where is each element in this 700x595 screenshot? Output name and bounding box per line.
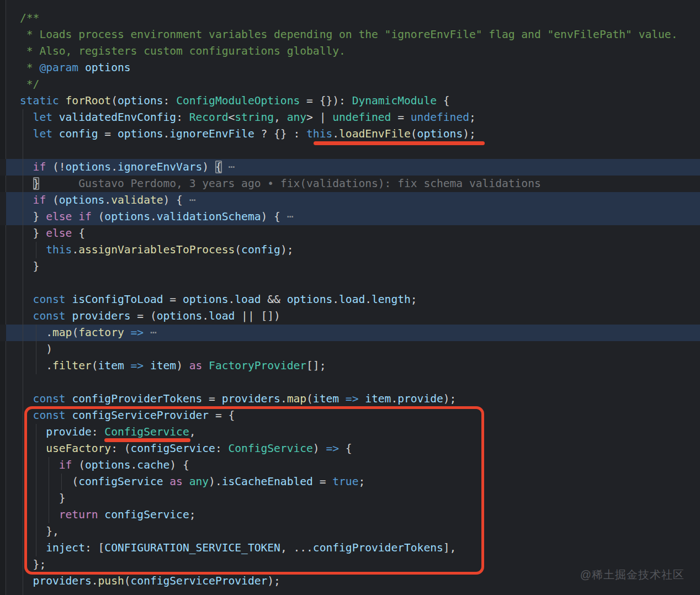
- code-token: length: [372, 293, 411, 306]
- code-token: [144, 326, 150, 339]
- code-token: as: [189, 359, 203, 372]
- code-token: factory: [78, 326, 124, 339]
- code-token: push: [98, 575, 124, 587]
- indent-guide: [23, 109, 23, 595]
- code-token: );: [267, 575, 280, 587]
- code-line[interactable]: if (!options.ignoreEnvVars) { ⋯: [0, 159, 700, 176]
- code-token: loadEnvFile: [339, 128, 411, 140]
- code-token: options: [287, 293, 333, 306]
- code-token: undefined: [332, 111, 391, 124]
- code-token: this: [306, 128, 332, 140]
- code-token: (: [124, 575, 131, 587]
- fold-ellipsis[interactable]: ⋯: [150, 326, 157, 339]
- code-token: options: [417, 128, 463, 140]
- code-line[interactable]: .filter(item => item) as FactoryProvider…: [0, 358, 700, 374]
- code-line[interactable]: const providers = (options.load || []): [0, 308, 700, 325]
- code-token: [66, 293, 72, 306]
- code-line[interactable]: ): [0, 341, 700, 358]
- code-token: [78, 61, 85, 74]
- code-token: <: [229, 111, 235, 124]
- code-line[interactable]: .map(factory => ⋯: [0, 325, 700, 341]
- code-token: /**: [20, 12, 39, 24]
- code-token: * Also, registers custom configurations …: [20, 45, 346, 57]
- code-token: .: [391, 392, 397, 405]
- fold-ellipsis[interactable]: ⋯: [189, 194, 196, 206]
- code-token: .: [111, 161, 118, 173]
- code-token: .: [163, 128, 170, 140]
- code-token: .: [229, 293, 235, 306]
- code-token: isConfigToLoad: [72, 293, 163, 306]
- code-token: [20, 128, 33, 140]
- code-line[interactable]: [0, 275, 700, 291]
- code-token: [20, 293, 33, 306]
- code-token: let: [33, 111, 52, 124]
- code-line[interactable]: static forRoot(options: ConfigModuleOpti…: [0, 93, 700, 109]
- code-token: ,: [274, 111, 287, 124]
- code-token: Record: [189, 111, 229, 124]
- code-token: options: [104, 210, 150, 223]
- code-line[interactable]: const configProviderTokens = providers.m…: [0, 391, 700, 407]
- code-line[interactable]: * Loads process environment variables de…: [0, 26, 700, 43]
- code-token: FactoryProvider: [209, 359, 306, 372]
- code-token: const: [33, 392, 66, 405]
- code-line[interactable]: let config = options.ignoreEnvFile ? {} …: [0, 126, 700, 142]
- code-token: =: [391, 111, 410, 124]
- code-token: (: [111, 94, 118, 107]
- code-token: configServiceProvider: [131, 575, 268, 587]
- code-token: [59, 94, 66, 107]
- code-token: =>: [131, 326, 144, 339]
- code-token: options: [66, 161, 112, 173]
- code-line[interactable]: if (options.validate) { ⋯: [0, 192, 700, 209]
- code-token: *: [20, 61, 39, 74]
- code-token: =: [98, 128, 118, 140]
- code-token: [20, 111, 33, 124]
- code-token: (: [46, 194, 59, 206]
- code-token: if: [78, 210, 92, 223]
- code-token: assignVariablesToProcess: [78, 243, 235, 256]
- code-token: providers: [72, 310, 130, 322]
- code-line[interactable]: } Gustavo Perdomo, 3 years ago • fix(val…: [0, 176, 700, 192]
- code-token: ? {} :: [254, 128, 306, 140]
- git-blame-annotation: Gustavo Perdomo, 3 years ago • fix(valid…: [78, 177, 541, 190]
- code-token: =: [202, 392, 221, 405]
- code-token: config: [59, 128, 98, 140]
- fold-ellipsis[interactable]: ⋯: [287, 210, 294, 223]
- code-token: ;: [469, 111, 476, 124]
- code-token: this: [46, 243, 72, 256]
- code-line[interactable]: */: [0, 76, 700, 93]
- code-token: {: [437, 94, 450, 107]
- code-token: else: [46, 210, 72, 223]
- code-editor: /** * Loads process environment variable…: [0, 0, 700, 595]
- code-token: options: [118, 94, 163, 107]
- code-token: [20, 575, 33, 587]
- code-line[interactable]: this.assignVariablesToProcess(config);: [0, 242, 700, 258]
- code-token: .: [332, 293, 339, 306]
- code-token: ): [202, 161, 215, 173]
- code-token: validate: [111, 194, 163, 206]
- code-line[interactable]: let validatedEnvConfig: Record<string, a…: [0, 109, 700, 126]
- code-line[interactable]: }: [0, 258, 700, 275]
- watermark: @稀土掘金技术社区: [580, 567, 685, 582]
- code-line[interactable]: [0, 374, 700, 391]
- code-line[interactable]: } else {: [0, 225, 700, 242]
- code-token: const: [33, 310, 66, 322]
- code-token: undefined: [411, 111, 469, 124]
- code-line[interactable]: const isConfigToLoad = options.load && o…: [0, 291, 700, 308]
- code-token: options: [118, 128, 163, 140]
- code-token: load: [339, 293, 365, 306]
- bracket-match: }: [33, 177, 40, 190]
- code-token: filter: [52, 359, 92, 372]
- code-token: [144, 359, 150, 372]
- code-line[interactable]: * Also, registers custom configurations …: [0, 43, 700, 60]
- code-token: map: [52, 326, 72, 339]
- code-line[interactable]: * @param options: [0, 60, 700, 76]
- code-token: let: [33, 128, 52, 140]
- code-token: const: [33, 293, 66, 306]
- code-token: item: [365, 392, 391, 405]
- code-token: {: [72, 227, 85, 240]
- code-line[interactable]: /**: [0, 10, 700, 26]
- fold-ellipsis[interactable]: ⋯: [229, 161, 235, 173]
- code-line[interactable]: } else if (options.validationSchema) { ⋯: [0, 209, 700, 225]
- code-token: .: [280, 392, 287, 405]
- code-token: );: [280, 243, 294, 256]
